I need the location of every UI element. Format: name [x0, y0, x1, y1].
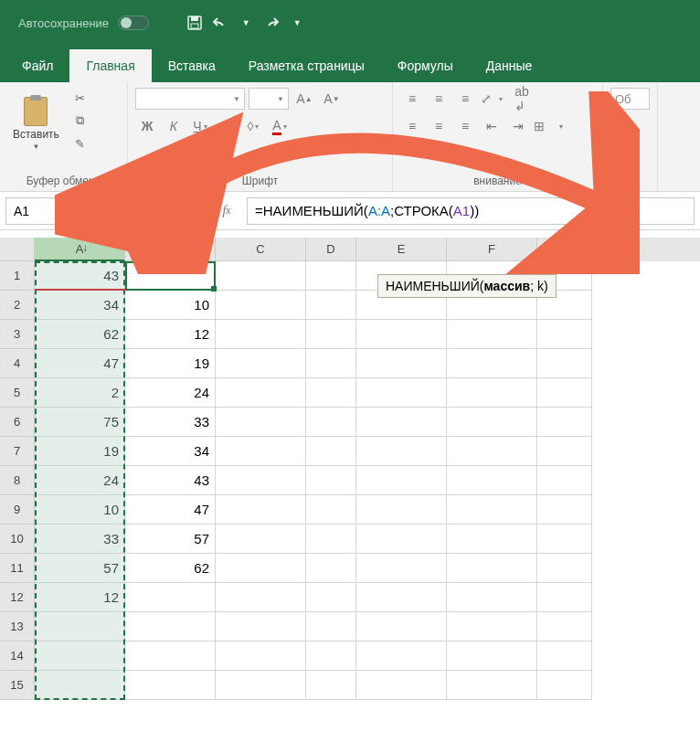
cell[interactable]	[447, 525, 537, 554]
cell[interactable]	[306, 495, 356, 525]
fill-color-button[interactable]: ◊▾	[241, 115, 265, 137]
row-header[interactable]: 7	[0, 437, 35, 466]
wrap-text-icon[interactable]: ab↲	[506, 88, 537, 110]
bold-button[interactable]: Ж	[135, 115, 159, 137]
cells-area[interactable]: 43A:A;3410621247192247533193424431047335…	[35, 261, 592, 700]
cell[interactable]: 19	[125, 349, 216, 378]
row-header[interactable]: 9	[0, 495, 35, 525]
cell[interactable]	[447, 612, 537, 641]
column-header[interactable]: E	[356, 238, 447, 261]
cell[interactable]	[537, 320, 592, 349]
tab-data[interactable]: Данные	[470, 49, 549, 82]
autosave-toggle[interactable]	[118, 16, 149, 30]
cell[interactable]	[537, 349, 592, 378]
tab-insert[interactable]: Вставка	[152, 49, 232, 82]
cell[interactable]	[537, 466, 592, 495]
name-box[interactable]: A1 ▼	[5, 197, 152, 225]
undo-icon[interactable]	[211, 14, 229, 32]
cell[interactable]	[356, 349, 447, 378]
cell[interactable]	[125, 612, 216, 641]
number-format-combo[interactable]: Об	[610, 88, 650, 110]
cell[interactable]	[306, 408, 356, 437]
cell[interactable]	[216, 641, 306, 671]
row-header[interactable]: 12	[0, 583, 35, 612]
cell[interactable]	[356, 525, 447, 554]
decrease-font-icon[interactable]: A▼	[320, 88, 344, 110]
align-right-icon[interactable]: ≡	[453, 115, 477, 137]
select-all-corner[interactable]	[0, 238, 35, 261]
column-header[interactable]: D	[306, 238, 356, 261]
format-painter-icon[interactable]: ✎	[70, 133, 90, 154]
formula-input[interactable]: =НАИМЕНЬШИЙ(A:A;СТРОКА(A1))	[247, 197, 695, 225]
column-header[interactable]: C	[216, 238, 306, 261]
cell[interactable]	[306, 641, 356, 671]
cell[interactable]	[216, 495, 306, 525]
font-size-combo[interactable]: ▼	[249, 88, 289, 110]
cell[interactable]	[447, 466, 537, 495]
column-header[interactable]: F	[447, 238, 537, 261]
cell[interactable]: 33	[125, 408, 216, 437]
cell[interactable]	[306, 554, 356, 583]
row-header[interactable]: 8	[0, 466, 35, 495]
cell[interactable]	[356, 408, 447, 437]
cell[interactable]	[216, 291, 306, 320]
cell[interactable]	[356, 378, 447, 408]
cell[interactable]	[537, 525, 592, 554]
cell[interactable]	[306, 320, 356, 349]
cell[interactable]: 47	[125, 495, 216, 525]
cell[interactable]	[447, 437, 537, 466]
qat-customize-icon[interactable]: ▼	[288, 14, 306, 32]
cell[interactable]	[537, 554, 592, 583]
tab-file[interactable]: Файл	[5, 49, 69, 82]
cell[interactable]	[537, 378, 592, 408]
cell[interactable]	[537, 437, 592, 466]
row-header[interactable]: 10	[0, 525, 35, 554]
cell[interactable]	[216, 261, 306, 291]
cell[interactable]	[356, 437, 447, 466]
cell[interactable]	[216, 583, 306, 612]
underline-button[interactable]: Ч▾	[188, 115, 212, 137]
cell[interactable]	[216, 466, 306, 495]
cell[interactable]	[306, 612, 356, 641]
cell[interactable]: 62	[125, 554, 216, 583]
cell[interactable]	[447, 583, 537, 612]
cell[interactable]	[306, 349, 356, 378]
cell[interactable]	[306, 291, 356, 320]
row-header[interactable]: 14	[0, 641, 35, 671]
cell[interactable]: 43	[125, 466, 216, 495]
chevron-down-icon[interactable]: ▼	[136, 207, 143, 215]
chevron-down-icon[interactable]: ▼	[237, 14, 255, 32]
cell[interactable]	[537, 583, 592, 612]
cancel-icon[interactable]: ✕	[163, 202, 181, 220]
column-header[interactable]: B	[125, 238, 216, 261]
cell[interactable]	[537, 641, 592, 671]
cell[interactable]	[447, 671, 537, 700]
copy-icon[interactable]: ⧉	[70, 111, 90, 131]
row-header[interactable]: 11	[0, 554, 35, 583]
cell[interactable]	[537, 408, 592, 437]
row-header[interactable]: 4	[0, 349, 35, 378]
tab-page-layout[interactable]: Разметка страницы	[232, 49, 381, 82]
cell[interactable]	[356, 495, 447, 525]
cell[interactable]	[306, 671, 356, 700]
cell[interactable]	[306, 525, 356, 554]
cell[interactable]	[306, 378, 356, 408]
cell[interactable]	[356, 641, 447, 671]
paste-button[interactable]: Вставить ▼	[7, 88, 65, 154]
cell[interactable]	[216, 408, 306, 437]
cell[interactable]: 24	[125, 378, 216, 408]
enter-icon[interactable]: ✓	[190, 202, 208, 220]
cell[interactable]	[216, 437, 306, 466]
cell[interactable]	[216, 378, 306, 408]
font-name-combo[interactable]: ▼	[135, 88, 245, 110]
column-header[interactable]: A	[35, 238, 125, 261]
align-middle-icon[interactable]: ≡	[427, 88, 451, 110]
cell[interactable]	[447, 320, 537, 349]
cell[interactable]	[306, 261, 356, 291]
cell[interactable]	[125, 671, 216, 700]
cell[interactable]	[356, 671, 447, 700]
row-header[interactable]: 2	[0, 291, 35, 320]
cell[interactable]: 34	[125, 437, 216, 466]
tab-formulas[interactable]: Формулы	[381, 49, 470, 82]
font-color-button[interactable]: A▾	[268, 115, 292, 137]
